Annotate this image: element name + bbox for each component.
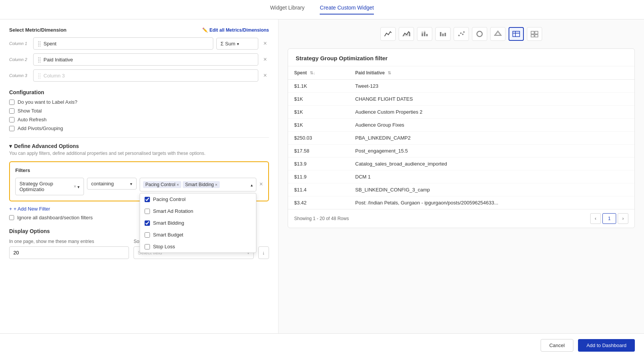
tab-widget-library[interactable]: Widget Library (270, 5, 304, 14)
label-axis-checkbox[interactable] (9, 100, 14, 105)
filter-value-box[interactable]: Pacing Control × Smart Bidding × (140, 178, 256, 191)
auto-refresh-checkbox[interactable] (9, 117, 14, 122)
checkbox-pacing-control[interactable] (145, 197, 150, 202)
area-chart-icon[interactable] (399, 27, 414, 41)
dropdown-item-smart-bidding[interactable]: Smart Bidding (140, 217, 256, 229)
radar-icon[interactable] (490, 27, 506, 41)
filter-field-x-icon[interactable]: × (74, 184, 76, 189)
column-3-close[interactable]: × (261, 72, 269, 79)
filter-row-close[interactable]: × (259, 181, 263, 188)
cell-spent-8: $11.4 (288, 183, 349, 196)
dropdown-item-smart-budget-label: Smart Budget (153, 232, 184, 238)
filter-operator-selector[interactable]: containing (87, 178, 137, 190)
svg-point-9 (460, 32, 462, 34)
chevron-down-advanced-icon: ▾ (9, 143, 12, 149)
table-row: $11.9 DCM 1 (288, 170, 634, 183)
svg-point-13 (478, 33, 481, 35)
entries-input[interactable] (9, 246, 129, 259)
bar-chart-icon[interactable] (435, 27, 451, 41)
metric-section-header: Select Metric/Dimension ✏️ Edit all Metr… (9, 27, 269, 33)
table-icon[interactable] (509, 27, 524, 41)
tab-create-custom[interactable]: Create Custom Widget (320, 5, 374, 14)
checkbox-smart-ad-rotation[interactable] (145, 209, 150, 214)
configuration-section: Configuration Do you want to Label Axis?… (9, 89, 269, 131)
left-panel: Select Metric/Dimension ✏️ Edit all Metr… (0, 19, 279, 333)
dropdown-item-stop-loss[interactable]: Stop Loss (140, 241, 256, 252)
column-2-close[interactable]: × (261, 56, 269, 63)
current-page-number[interactable]: 1 (602, 213, 616, 224)
preview-table: Spent ⇅↓ Paid Initiative ⇅ $1.1K (288, 66, 634, 209)
cancel-button[interactable]: Cancel (541, 339, 573, 352)
sum-label: Sum (225, 41, 235, 47)
show-total-checkbox[interactable] (9, 108, 14, 114)
table-row: $1.1K Tweet-123 (288, 80, 634, 93)
column-2-input[interactable]: ⣿ Paid Initiative (33, 53, 258, 66)
tag-smart-bidding-remove[interactable]: × (215, 182, 217, 187)
donut-icon[interactable] (472, 27, 487, 41)
column-2-row: Column 2 ⣿ Paid Initiative × (9, 53, 269, 66)
column-1-row: Column 1 ⣿ Spent Σ Sum × (9, 37, 269, 50)
col-spent-header[interactable]: Spent ⇅↓ (288, 66, 349, 80)
tag-pacing-control-remove[interactable]: × (177, 182, 179, 187)
tag-smart-bidding-text: Smart Bidding (185, 182, 214, 187)
spent-header-label: Spent (294, 70, 307, 76)
scatter-icon[interactable] (454, 27, 469, 41)
col-paid-header[interactable]: Paid Initiative ⇅ (349, 66, 634, 80)
preview-table-scroll[interactable]: Spent ⇅↓ Paid Initiative ⇅ $1.1K (288, 66, 634, 209)
line-chart-icon[interactable] (380, 27, 396, 41)
column-1-label: Column 1 (9, 41, 30, 46)
pivot-icon[interactable] (527, 27, 542, 41)
dropdown-item-smart-budget[interactable]: Smart Budget (140, 229, 256, 241)
filter-value-tags: Pacing Control × Smart Bidding × (143, 181, 220, 188)
next-page-button[interactable]: › (618, 213, 628, 224)
page-controls: ‹ 1 › (590, 213, 628, 224)
dropdown-item-smart-ad-rotation[interactable]: Smart Ad Rotation (140, 205, 256, 217)
cell-spent-5: $17.58 (288, 145, 349, 158)
drag-icon-3: ⣿ (37, 72, 41, 79)
ignore-filter-checkbox[interactable] (9, 215, 14, 220)
tag-pacing-control-text: Pacing Control (145, 182, 175, 187)
svg-point-11 (463, 31, 465, 33)
filter-value-dropdown: Pacing Control Smart Ad Rotation Smart B… (140, 193, 256, 253)
edit-metrics-link[interactable]: ✏️ Edit all Metrics/Dimensions (202, 27, 269, 33)
dropdown-item-pacing-control-label: Pacing Control (153, 196, 185, 202)
cell-initiative-8: SB_LINKEDIN_CONFIG_3_camp (349, 183, 634, 196)
entries-label: In one page, show me these many entries (9, 239, 129, 244)
dropdown-item-smart-ad-rotation-label: Smart Ad Rotation (153, 208, 193, 214)
dropdown-item-pacing-control[interactable]: Pacing Control (140, 193, 256, 205)
sum-select-1[interactable]: Σ Sum (216, 38, 258, 50)
spent-sort-icon: ⇅↓ (310, 71, 316, 75)
column-2-label: Column 2 (9, 57, 30, 62)
sort-direction-button[interactable]: ↓ (258, 246, 269, 259)
checkbox-smart-budget[interactable] (145, 232, 150, 238)
add-pivots-checkbox[interactable] (9, 126, 14, 131)
column-1-value: Spent (43, 41, 56, 47)
paid-header-label: Paid Initiative (355, 70, 385, 76)
column-1-input[interactable]: ⣿ Spent (33, 37, 213, 50)
column-3-input[interactable]: ⣿ Column 3 (33, 69, 258, 82)
show-total-row: Show Total (9, 108, 269, 114)
edit-pencil-icon: ✏️ (202, 27, 208, 33)
filter-row: Strategy Group Optimizatio × containing (15, 178, 263, 195)
svg-rect-1 (424, 32, 425, 36)
table-row: $1K Audience Custom Properties 2 (288, 106, 634, 119)
tag-smart-bidding: Smart Bidding × (183, 181, 220, 188)
filter-value-container: Pacing Control × Smart Bidding × (140, 178, 256, 191)
stacked-bar-icon[interactable] (417, 27, 432, 41)
add-pivots-row: Add Pivots/Grouping (9, 125, 269, 131)
cell-initiative-2: Audience Custom Properties 2 (349, 106, 634, 119)
cell-initiative-6: Catalog_sales_broad_audience_imported (349, 158, 634, 170)
prev-page-button[interactable]: ‹ (590, 213, 601, 224)
filter-field-value: Strategy Group Optimizatio (19, 181, 74, 192)
advanced-header[interactable]: ▾ Define Advanced Options (9, 137, 269, 149)
filter-value-chevron-icon (251, 182, 253, 188)
column-1-close[interactable]: × (261, 40, 269, 47)
configuration-title: Configuration (9, 89, 269, 95)
checkbox-smart-bidding[interactable] (145, 220, 150, 226)
checkbox-stop-loss[interactable] (145, 244, 150, 249)
advanced-desc: You can apply filters, define additional… (9, 151, 269, 156)
table-row: $1K Audience Group Fixes (288, 119, 634, 132)
filter-field-selector[interactable]: Strategy Group Optimizatio × (15, 178, 84, 195)
add-to-dashboard-button[interactable]: Add to Dashboard (578, 339, 635, 352)
main-content: Select Metric/Dimension ✏️ Edit all Metr… (0, 19, 644, 333)
